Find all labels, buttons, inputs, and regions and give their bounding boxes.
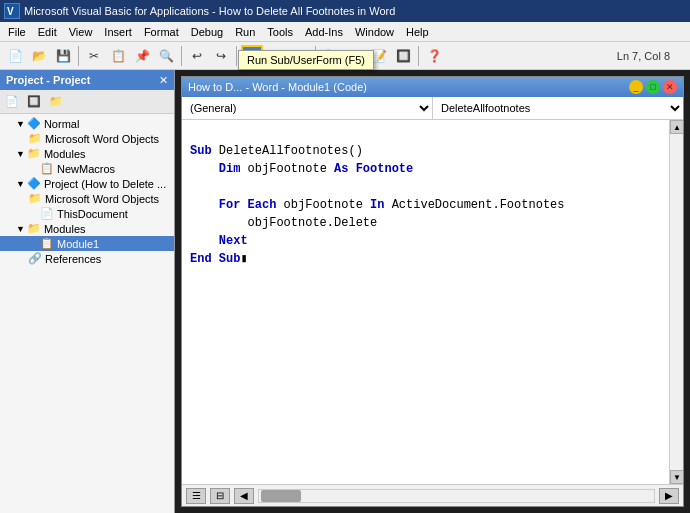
expand-icon4: ▼	[16, 224, 25, 234]
main-area: Project - Project ✕ 📄 🔲 📁 ▼ 🔷 Normal 📁 M…	[0, 70, 690, 513]
proj-view-obj-btn[interactable]: 🔲	[24, 93, 44, 111]
toolbar-sep2	[181, 46, 182, 66]
folder-icon2: 📁	[27, 147, 41, 160]
thisdoc-icon: 📄	[40, 207, 54, 220]
hscroll-thumb	[261, 490, 301, 502]
code-footer: ☰ ⊟ ◀ ▶	[182, 484, 683, 506]
footer-proc-btn[interactable]: ⊟	[210, 488, 230, 504]
scroll-down-arrow[interactable]: ▼	[670, 470, 683, 484]
expand-icon: ▼	[16, 119, 25, 129]
menu-tools[interactable]: Tools	[261, 22, 299, 41]
menu-debug[interactable]: Debug	[185, 22, 229, 41]
code-editor[interactable]: Sub DeleteAllfootnotes() Dim objFootnote…	[182, 120, 669, 484]
general-dropdown[interactable]: (General)	[182, 97, 432, 119]
tree-references[interactable]: 🔗 References	[0, 251, 174, 266]
tree-newmacros[interactable]: 📋 NewMacros	[0, 161, 174, 176]
folder-icon3: 📁	[28, 192, 42, 205]
proj-toggle-btn[interactable]: 📁	[46, 93, 66, 111]
win-close-btn[interactable]: ✕	[663, 80, 677, 94]
tree-project-howtodelete[interactable]: ▼ 🔷 Project (How to Delete ...	[0, 176, 174, 191]
menu-view[interactable]: View	[63, 22, 99, 41]
toolbar-help-btn[interactable]: ❓	[423, 45, 445, 67]
toolbar-obj-btn[interactable]: 🔲	[392, 45, 414, 67]
tree-normal[interactable]: ▼ 🔷 Normal	[0, 116, 174, 131]
code-dropdowns: (General) DeleteAllfootnotes	[182, 97, 683, 120]
toolbar-save-btn[interactable]: 💾	[52, 45, 74, 67]
window-controls: _ □ ✕	[629, 80, 677, 94]
toolbar-undo-btn[interactable]: ↩	[186, 45, 208, 67]
tree-proj-word-objects[interactable]: 📁 Microsoft Word Objects	[0, 191, 174, 206]
menu-run[interactable]: Run	[229, 22, 261, 41]
vbproject-icon: 🔷	[27, 117, 41, 130]
toolbar-cut-btn[interactable]: ✂	[83, 45, 105, 67]
menu-help[interactable]: Help	[400, 22, 435, 41]
code-window-title-text: How to D... - Word - Module1 (Code)	[188, 81, 367, 93]
toolbar-paste-btn[interactable]: 📌	[131, 45, 153, 67]
footer-right-arrow[interactable]: ▶	[659, 488, 679, 504]
scroll-up-arrow[interactable]: ▲	[670, 120, 683, 134]
menu-format[interactable]: Format	[138, 22, 185, 41]
project-panel: Project - Project ✕ 📄 🔲 📁 ▼ 🔷 Normal 📁 M…	[0, 70, 175, 513]
tree-thisdocument[interactable]: 📄 ThisDocument	[0, 206, 174, 221]
code-window: How to D... - Word - Module1 (Code) _ □ …	[181, 76, 684, 507]
toolbar-sep3	[236, 46, 237, 66]
project-header: Project - Project ✕	[0, 70, 174, 90]
win-maximize-btn[interactable]: □	[646, 80, 660, 94]
tree-module1[interactable]: 📋 Module1	[0, 236, 174, 251]
proc-dropdown-wrapper: DeleteAllfootnotes	[433, 97, 683, 119]
vbproject-icon2: 🔷	[27, 177, 41, 190]
menu-addins[interactable]: Add-Ins	[299, 22, 349, 41]
menu-file[interactable]: File	[2, 22, 32, 41]
tree-proj-modules[interactable]: ▼ 📁 Modules	[0, 221, 174, 236]
toolbar-open-btn[interactable]: 📂	[28, 45, 50, 67]
project-close-btn[interactable]: ✕	[159, 74, 168, 87]
win-minimize-btn[interactable]: _	[629, 80, 643, 94]
ref-icon: 🔗	[28, 252, 42, 265]
proj-view-code-btn[interactable]: 📄	[2, 93, 22, 111]
toolbar-sep5	[418, 46, 419, 66]
folder-icon4: 📁	[27, 222, 41, 235]
toolbar-copy-btn[interactable]: 📋	[107, 45, 129, 67]
footer-left-arrow[interactable]: ◀	[234, 488, 254, 504]
proc-dropdown[interactable]: DeleteAllfootnotes	[433, 97, 683, 119]
toolbar-redo-btn[interactable]: ↪	[210, 45, 232, 67]
menu-insert[interactable]: Insert	[98, 22, 138, 41]
window-title: Microsoft Visual Basic for Applications …	[24, 5, 686, 17]
tree-normal-word-objects[interactable]: 📁 Microsoft Word Objects	[0, 131, 174, 146]
project-tree: ▼ 🔷 Normal 📁 Microsoft Word Objects ▼ 📁 …	[0, 114, 174, 513]
horizontal-scrollbar[interactable]	[258, 489, 655, 503]
toolbar-find-btn[interactable]: 🔍	[155, 45, 177, 67]
project-toolbar: 📄 🔲 📁	[0, 90, 174, 114]
toolbar-new-btn[interactable]: 📄	[4, 45, 26, 67]
toolbar-sep1	[78, 46, 79, 66]
menu-window[interactable]: Window	[349, 22, 400, 41]
project-title: Project - Project	[6, 74, 90, 86]
svg-text:V: V	[7, 6, 14, 17]
footer-view-btn[interactable]: ☰	[186, 488, 206, 504]
app-icon: V	[4, 3, 20, 19]
menu-bar: File Edit View Insert Format Debug Run T…	[0, 22, 690, 42]
run-tooltip: Run Sub/UserForm (F5)	[238, 50, 374, 70]
expand-icon3: ▼	[16, 179, 25, 189]
folder-icon: 📁	[28, 132, 42, 145]
expand-icon2: ▼	[16, 149, 25, 159]
tree-normal-modules[interactable]: ▼ 📁 Modules	[0, 146, 174, 161]
code-editor-area: How to D... - Word - Module1 (Code) _ □ …	[175, 70, 690, 513]
code-content: Sub DeleteAllfootnotes() Dim objFootnote…	[182, 120, 683, 484]
module1-icon: 📋	[40, 237, 54, 250]
vertical-scrollbar[interactable]: ▲ ▼	[669, 120, 683, 484]
menu-edit[interactable]: Edit	[32, 22, 63, 41]
status-position: Ln 7, Col 8	[617, 50, 670, 62]
title-bar: V Microsoft Visual Basic for Application…	[0, 0, 690, 22]
module-icon: 📋	[40, 162, 54, 175]
general-dropdown-wrapper: (General)	[182, 97, 433, 119]
code-window-title: How to D... - Word - Module1 (Code) _ □ …	[182, 77, 683, 97]
